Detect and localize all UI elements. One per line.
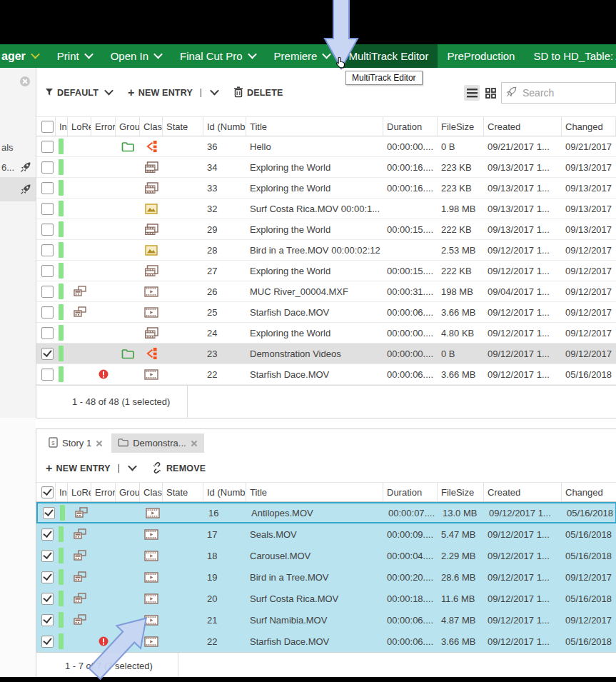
- column-header-lores[interactable]: LoRe: [68, 117, 91, 136]
- row-checkbox[interactable]: [41, 614, 54, 626]
- delete-button[interactable]: DELETE: [233, 86, 283, 100]
- sidebar-item[interactable]: 6...: [0, 157, 36, 177]
- table-row[interactable]: 27 Exploring the World 00:00:15.... 222 …: [36, 261, 616, 281]
- row-checkbox[interactable]: [41, 327, 54, 339]
- select-all-header[interactable]: [36, 117, 56, 136]
- list-view-button[interactable]: [464, 85, 480, 101]
- row-checkbox[interactable]: [41, 286, 54, 298]
- table-row[interactable]: 22 Starfish Dace.MOV 00:00:06.... 3.66 M…: [36, 364, 616, 385]
- row-checkbox[interactable]: [41, 182, 54, 194]
- row-checkbox[interactable]: [41, 636, 54, 648]
- cell-duration: 00:00:16....: [383, 183, 438, 194]
- row-checkbox[interactable]: [41, 161, 54, 174]
- tab-story-1[interactable]: s Story 1: [42, 433, 109, 453]
- menu-item-premiere[interactable]: Premiere: [265, 44, 340, 68]
- column-header-in[interactable]: In: [56, 117, 68, 136]
- table-row[interactable]: 21 Surf Namibia.MOV 00:00:06.... 4.87 MB…: [36, 609, 616, 631]
- column-header-error[interactable]: Error: [91, 117, 116, 136]
- table-row[interactable]: 32 Surf Costa Rica.MOV 00:00:1... 1.98 M…: [36, 199, 616, 219]
- column-header-created[interactable]: Created: [484, 483, 562, 501]
- close-icon[interactable]: [191, 440, 198, 447]
- video-clip-icon: [144, 307, 158, 318]
- menu-item-open-in[interactable]: Open In: [101, 44, 171, 68]
- row-checkbox[interactable]: [43, 507, 55, 519]
- menu-item-preproduction[interactable]: PreProduction: [438, 44, 524, 68]
- table-row[interactable]: 25 Starfish Dace.MOV 00:00:06.... 3.66 M…: [36, 302, 616, 323]
- column-header-filesize[interactable]: FileSize: [438, 117, 484, 136]
- table-row[interactable]: 20 Surf Costa Rica.MOV 00:00:18.... 11.6…: [36, 588, 616, 609]
- cell-changed: 09/12/2017: [562, 286, 616, 297]
- column-header-group[interactable]: Grou: [116, 117, 140, 136]
- table-row[interactable]: 23 Demonstration Videos 00:00:00.... 0 B…: [36, 343, 616, 364]
- row-checkbox[interactable]: [41, 571, 54, 583]
- close-icon[interactable]: [20, 76, 30, 86]
- row-checkbox[interactable]: [41, 244, 54, 256]
- select-all-checkbox[interactable]: [41, 486, 54, 498]
- row-checkbox[interactable]: [41, 368, 54, 381]
- column-header-filesize[interactable]: FileSize: [438, 483, 484, 501]
- menu-item-multitrack-editor[interactable]: MultiTrack Editor: [339, 44, 438, 68]
- column-header-state[interactable]: State: [163, 117, 203, 136]
- divider: [118, 464, 119, 473]
- table-row[interactable]: 18 Carousel.MOV 00:00:04.... 2.29 MB 09/…: [36, 545, 616, 566]
- table-row[interactable]: 28 Bird in a Tree.MOV 00:00:02:12 2.53 M…: [36, 240, 616, 261]
- column-header-lores[interactable]: LoRe: [68, 483, 91, 501]
- select-all-checkbox[interactable]: [41, 121, 54, 133]
- column-header-id[interactable]: Id (Numb: [203, 117, 246, 136]
- tab-demonstration[interactable]: Demonstra...: [111, 433, 203, 453]
- table-row[interactable]: 24 Exploring the World 00:00:00.... 4.80…: [36, 323, 616, 343]
- column-header-id[interactable]: Id (Numb: [203, 483, 246, 501]
- column-header-title[interactable]: Title: [246, 117, 383, 136]
- grid-view-button[interactable]: [483, 85, 498, 101]
- cell-duration: 00:00:31....: [383, 286, 438, 297]
- column-header-title[interactable]: Title: [246, 483, 383, 501]
- search-input[interactable]: [521, 86, 611, 99]
- row-checkbox[interactable]: [41, 224, 54, 236]
- table-row[interactable]: 26 MUC River_00004.MXF 00:00:31.... 198 …: [36, 281, 616, 302]
- row-checkbox[interactable]: [41, 265, 54, 277]
- column-header-changed[interactable]: Changed: [562, 483, 616, 501]
- remove-button[interactable]: REMOVE: [151, 462, 206, 476]
- table-row[interactable]: 33 Exploring the World 00:00:16.... 223 …: [36, 178, 616, 199]
- menu-item-manager[interactable]: ager: [0, 44, 48, 68]
- column-header-error[interactable]: Error: [91, 483, 116, 501]
- column-header-duration[interactable]: Duration: [383, 117, 438, 136]
- menu-item-sd-to-hd-table[interactable]: SD to HD_Table: A-B: [524, 44, 616, 68]
- new-entry-button[interactable]: + NEW ENTRY: [128, 87, 218, 99]
- table-row[interactable]: 36 Hello 00:00:00.... 0 B 09/21/2017 1..…: [36, 136, 616, 157]
- column-header-created[interactable]: Created: [484, 117, 562, 136]
- table-row[interactable]: 34 Exploring the World 00:00:16.... 223 …: [36, 157, 616, 178]
- table-row[interactable]: 17 Seals.MOV 00:00:09.... 5.47 MB 09/12/…: [36, 523, 616, 545]
- table-row[interactable]: 29 Exploring the World 00:00:15.... 222 …: [36, 219, 616, 240]
- column-header-changed[interactable]: Changed: [562, 117, 616, 136]
- menu-item-print[interactable]: Print: [48, 44, 101, 68]
- sidebar-item[interactable]: als: [0, 137, 36, 157]
- row-checkbox[interactable]: [41, 593, 54, 605]
- table-row[interactable]: 22 Starfish Dace.MOV 00:00:06.... 3.66 M…: [36, 631, 616, 652]
- cell-changed: 09/12/2017: [562, 615, 616, 626]
- row-checkbox[interactable]: [41, 141, 54, 153]
- sidebar-item-label: 6...: [1, 162, 14, 173]
- sidebar-item-selected[interactable]: [0, 177, 36, 201]
- row-checkbox[interactable]: [41, 306, 54, 319]
- column-header-in[interactable]: In: [56, 483, 68, 501]
- select-all-header[interactable]: [36, 483, 56, 501]
- lores-proxy-icon: [74, 614, 86, 626]
- row-checkbox[interactable]: [41, 550, 54, 562]
- menu-item-final-cut-pro[interactable]: Final Cut Pro: [171, 44, 265, 68]
- row-checkbox[interactable]: [41, 348, 54, 360]
- column-header-group[interactable]: Grou: [116, 483, 140, 501]
- column-header-class[interactable]: Clas:: [140, 483, 163, 501]
- row-checkbox[interactable]: [41, 528, 54, 541]
- filter-default-button[interactable]: DEFAULT: [45, 88, 112, 99]
- column-header-state[interactable]: State: [163, 483, 203, 501]
- close-icon[interactable]: [96, 440, 103, 447]
- column-header-class[interactable]: Clas:: [140, 117, 163, 136]
- column-header-duration[interactable]: Duration: [383, 483, 438, 501]
- cell-filesize: 3.66 MB: [438, 369, 484, 380]
- ingest-status-bar: [59, 159, 64, 175]
- table-row[interactable]: 16 Antilopes.MOV 00:00:07.... 13.0 MB 09…: [36, 502, 616, 523]
- table-row[interactable]: 19 Bird in a Tree.MOV 00:00:20.... 28.6 …: [36, 566, 616, 588]
- row-checkbox[interactable]: [41, 203, 54, 215]
- new-entry-button[interactable]: + NEW ENTRY: [46, 463, 136, 474]
